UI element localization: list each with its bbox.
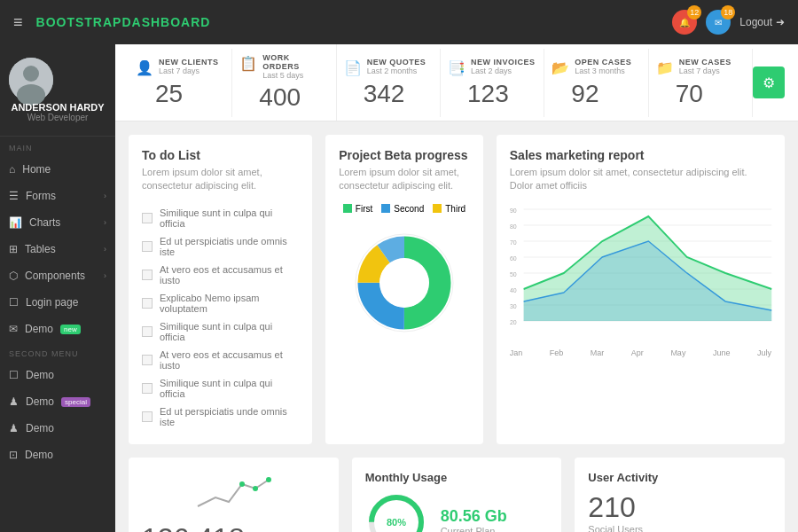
svg-point-27 [239, 481, 245, 487]
x-label-june: June [713, 348, 731, 357]
legend-third: Third [433, 204, 466, 214]
sidebar-item-demo2[interactable]: ☐ Demo [0, 362, 115, 388]
sidebar-item-demo5[interactable]: ⊡ Demo [0, 442, 115, 468]
logout-button[interactable]: Logout ➜ [739, 16, 785, 28]
svg-text:90: 90 [510, 206, 517, 215]
content-area: 👤 NEW CLIENTS Last 7 days 25 📋 WORK ORDE… [115, 44, 798, 532]
stat-label: WORK ORDERS [262, 53, 328, 71]
settings-button[interactable]: ⚙ [753, 66, 785, 98]
bottom-row: 126,418 Monthly Usage 80% 80.56 Gb Curre… [115, 458, 798, 532]
todo-item[interactable]: Similique sunt in culpa qui officia [142, 317, 299, 346]
navbar-icons: 🔔 12 ✉ 18 Logout ➜ [672, 10, 785, 35]
logout-label: Logout [739, 16, 772, 28]
brand-suffix: DASHBOARD [121, 15, 210, 29]
sidebar-item-label: Tables [25, 243, 56, 255]
sidebar-item-tables[interactable]: ⊞ Tables › [0, 236, 115, 262]
todo-item[interactable]: Similique sunt in culpa qui officia [142, 204, 299, 232]
message-button[interactable]: ✉ 18 [706, 10, 731, 35]
sales-x-labels: Jan Feb Mar Apr May June July [510, 348, 771, 357]
sidebar-item-demo3[interactable]: ♟ Demo special [0, 388, 115, 415]
stat-new-quotes: 📄 NEW QUOTES Last 2 months 342 [337, 49, 441, 117]
todo-item[interactable]: At vero eos et accusamus et iusto [142, 346, 299, 374]
legend-second: Second [381, 204, 424, 214]
todo-text: At vero eos et accusamus et iusto [160, 349, 299, 371]
svg-text:80: 80 [510, 222, 517, 231]
todo-subtitle: Lorem ipsum dolor sit amet, consectetur … [142, 166, 299, 193]
notification-button[interactable]: 🔔 12 [672, 10, 697, 35]
legend-second-color [381, 204, 390, 213]
orders-icon: 📋 [239, 55, 257, 72]
stat-label: NEW CLIENTS [159, 58, 219, 66]
todo-checkbox[interactable] [142, 298, 153, 309]
sidebar: ANDERSON HARDY Web Developer MAIN ⌂ Home… [0, 44, 115, 532]
stats-bar: 👤 NEW CLIENTS Last 7 days 25 📋 WORK ORDE… [115, 44, 798, 121]
demo4-icon: ♟ [9, 422, 19, 434]
legend-second-label: Second [394, 204, 424, 214]
activity-label: Social Users [588, 524, 771, 532]
sidebar-item-home[interactable]: ⌂ Home [0, 156, 115, 183]
svg-point-29 [266, 477, 271, 482]
monthly-gauge: 80% [365, 491, 427, 532]
x-label-feb: Feb [550, 348, 564, 357]
stat-period: Last 2 days [471, 66, 536, 75]
quotes-icon: 📄 [344, 59, 362, 76]
activity-value: 210 [588, 491, 771, 524]
todo-text: Ed ut perspiciatis unde omnis iste [160, 406, 299, 427]
legend-first-label: First [356, 204, 372, 214]
sidebar-item-demo1[interactable]: ✉ Demo new [0, 316, 115, 342]
visits-sparkline [198, 471, 269, 515]
sidebar-item-login[interactable]: ☐ Login page [0, 289, 115, 316]
sidebar-item-label: Demo [26, 422, 54, 434]
svg-text:70: 70 [510, 238, 517, 246]
todo-item[interactable]: Ed ut perspiciatis unde omnis iste [142, 403, 299, 431]
tables-icon: ⊞ [9, 243, 18, 255]
todo-text: Similique sunt in culpa qui officia [160, 207, 299, 229]
sidebar-item-forms[interactable]: ☰ Forms › [0, 183, 115, 209]
sidebar-item-demo4[interactable]: ♟ Demo [0, 415, 115, 442]
stat-value: 92 [552, 80, 640, 108]
sidebar-item-label: Login page [26, 296, 78, 309]
stat-open-cases: 📂 OPEN CASES Last 3 months 92 [544, 49, 648, 117]
special-badge: special [61, 397, 90, 407]
sales-chart-area: 90 80 70 60 50 40 30 20 [510, 204, 771, 357]
chevron-right-icon: › [104, 192, 106, 200]
monthly-label: Current Plan [441, 526, 507, 532]
stat-new-cases: 📁 NEW CASES Last 7 days 70 [649, 49, 753, 117]
todo-item[interactable]: Similique sunt in culpa qui officia [142, 374, 299, 403]
todo-item[interactable]: Ed ut perspiciatis unde omnis iste [142, 232, 299, 261]
demo-icon: ✉ [9, 323, 18, 335]
todo-checkbox[interactable] [142, 270, 153, 280]
stat-value: 342 [344, 80, 433, 108]
todo-item[interactable]: At vero eos et accusamus et iusto [142, 261, 299, 289]
sidebar-item-charts[interactable]: 📊 Charts › [0, 209, 115, 236]
sidebar-item-label: Demo [25, 323, 53, 335]
stat-label: OPEN CASES [575, 58, 631, 66]
chevron-right-icon: › [104, 245, 106, 254]
new-cases-icon: 📁 [656, 59, 674, 76]
sales-widget: Sales marketing report Lorem ipsum dolor… [497, 135, 785, 444]
chevron-right-icon: › [104, 218, 106, 227]
todo-checkbox[interactable] [142, 383, 153, 394]
todo-checkbox[interactable] [142, 411, 153, 422]
todo-checkbox[interactable] [142, 355, 153, 365]
todo-checkbox[interactable] [142, 326, 153, 337]
sales-title: Sales marketing report [510, 148, 771, 162]
x-label-jan: Jan [510, 348, 523, 357]
widgets-row: To do List Lorem ipsum dolor sit amet, c… [115, 121, 798, 458]
charts-icon: 📊 [9, 216, 22, 229]
stat-value: 400 [239, 83, 328, 112]
hamburger-button[interactable]: ≡ [13, 13, 23, 32]
sidebar-item-label: Home [22, 163, 51, 176]
todo-checkbox[interactable] [142, 241, 153, 252]
donut-container: First Second Third [339, 204, 470, 345]
sidebar-item-label: Components [25, 270, 85, 282]
todo-item[interactable]: Explicabo Nemo ipsam voluptatem [142, 289, 299, 317]
sidebar-item-components[interactable]: ⬡ Components › [0, 262, 115, 289]
svg-text:20: 20 [510, 317, 517, 326]
invoices-icon: 📑 [448, 59, 466, 76]
todo-widget: To do List Lorem ipsum dolor sit amet, c… [129, 135, 312, 444]
x-label-may: May [670, 348, 685, 357]
activity-widget: User Activity 210 Social Users [575, 458, 785, 532]
todo-checkbox[interactable] [142, 213, 153, 223]
notification-badge: 12 [687, 5, 701, 20]
